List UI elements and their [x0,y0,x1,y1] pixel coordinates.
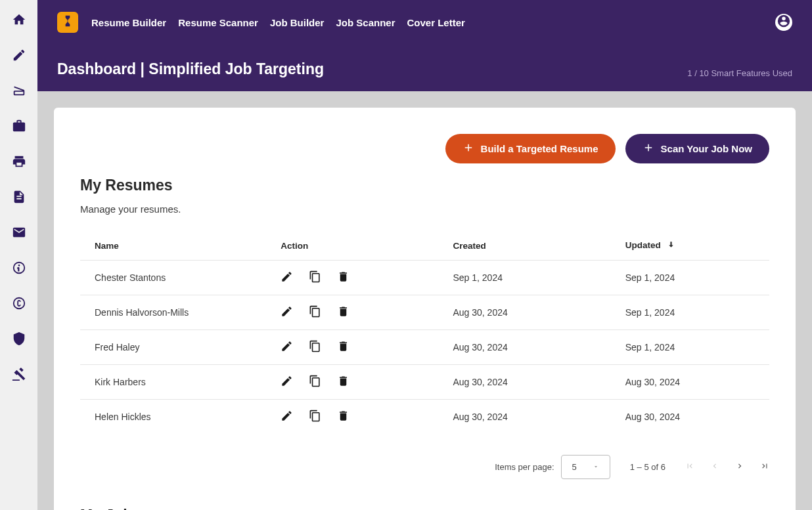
scan-job-label: Scan Your Job Now [661,143,752,154]
smart-features-used: 1 / 10 Smart Features Used [687,68,792,78]
copy-icon [309,340,321,354]
attribution-icon [12,261,26,278]
sidebar-edit[interactable] [11,49,27,64]
delete-button[interactable] [337,340,350,354]
scan-job-button[interactable]: Scan Your Job Now [625,134,769,163]
content: Build a Targeted Resume Scan Your Job No… [37,91,812,510]
print-icon [12,154,26,171]
cell-action [266,330,438,365]
copy-icon [309,270,321,285]
cell-name: Fred Haley [80,330,266,365]
page-first-button[interactable] [685,461,694,473]
nav-job-scanner[interactable]: Job Scanner [336,17,395,28]
copy-button[interactable] [309,270,321,285]
delete-button[interactable] [337,305,350,320]
chevron-left-icon [710,461,719,473]
sidebar-briefcase[interactable] [11,119,27,135]
chevron-down-icon [593,462,599,472]
avatar[interactable] [775,14,792,31]
cell-created: Aug 30, 2024 [438,400,610,435]
edit-button[interactable] [281,410,293,424]
sidebar-print[interactable] [11,155,27,171]
col-updated[interactable]: Updated [611,231,769,261]
build-resume-label: Build a Targeted Resume [481,143,598,154]
pencil-icon [281,305,293,320]
cell-updated: Sep 1, 2024 [611,261,769,295]
jobs-title: My Jobs [80,507,769,510]
sidebar-copyright[interactable] [11,297,27,312]
cell-updated: Aug 30, 2024 [611,400,769,435]
header: Resume Builder Resume Scanner Job Builde… [37,0,812,91]
copy-button[interactable] [309,305,321,320]
page-next-button[interactable] [735,461,744,473]
copy-button[interactable] [309,375,321,389]
nav-job-builder[interactable]: Job Builder [270,17,325,28]
cell-name: Helen Hickles [80,400,266,435]
home-icon [12,12,26,30]
sidebar-document[interactable] [11,190,27,206]
gavel-icon [12,367,26,384]
trash-icon [337,305,350,320]
sidebar-gavel[interactable] [11,368,27,383]
logo[interactable] [57,12,78,33]
delete-button[interactable] [337,375,350,389]
page-size-value: 5 [572,462,577,472]
pencil-icon [12,48,26,65]
nav-cover-letter[interactable]: Cover Letter [407,17,464,28]
nav-resume-scanner[interactable]: Resume Scanner [178,17,258,28]
cell-updated: Aug 30, 2024 [611,365,769,400]
edit-button[interactable] [281,340,293,354]
sidebar-mail[interactable] [11,226,27,242]
logo-icon [61,14,74,30]
delete-button[interactable] [337,270,350,285]
copy-icon [309,305,321,320]
cell-name: Kirk Harbers [80,365,266,400]
resumes-title: My Resumes [80,177,769,194]
page-range: 1 – 5 of 6 [630,462,665,472]
page-size-select[interactable]: 5 [561,455,610,479]
arrow-down-icon [667,240,675,251]
resumes-table: Name Action Created Updated Chester Stan… [80,231,769,434]
copy-button[interactable] [309,340,321,354]
sidebar-attribution[interactable] [11,261,27,277]
build-resume-button[interactable]: Build a Targeted Resume [445,134,616,163]
dashboard-card: Build a Targeted Resume Scan Your Job No… [54,108,796,510]
items-per-page-label: Items per page: [495,462,554,472]
nav-resume-builder[interactable]: Resume Builder [91,17,166,28]
edit-button[interactable] [281,305,293,320]
pencil-icon [281,410,293,424]
mail-icon [12,225,26,242]
pencil-icon [281,340,293,354]
cell-action [266,261,438,295]
sidebar-scanner[interactable] [11,84,27,100]
pencil-icon [281,375,293,389]
page-prev-button[interactable] [710,461,719,473]
copy-icon [309,375,321,389]
col-name: Name [80,231,266,261]
cell-updated: Sep 1, 2024 [611,330,769,365]
cell-action [266,365,438,400]
shield-icon [12,331,26,349]
resumes-subtitle: Manage your resumes. [80,203,769,215]
copy-button[interactable] [309,410,321,424]
sidebar-shield[interactable] [11,332,27,348]
cell-created: Aug 30, 2024 [438,365,610,400]
cell-updated: Sep 1, 2024 [611,295,769,330]
pagination: Items per page: 5 1 – 5 of 6 [80,447,769,487]
edit-button[interactable] [281,375,293,389]
cell-created: Aug 30, 2024 [438,330,610,365]
pencil-icon [281,270,293,285]
page-last-button[interactable] [760,461,769,473]
trash-icon [337,340,350,354]
copy-icon [309,410,321,424]
table-row: Dennis Halvorson-Mills Aug 30, 2024 Sep … [80,295,769,330]
chevron-right-icon [735,461,744,473]
trash-icon [337,375,350,389]
page-title: Dashboard | Simplified Job Targeting [57,60,324,78]
edit-button[interactable] [281,270,293,285]
cell-name: Dennis Halvorson-Mills [80,295,266,330]
table-row: Kirk Harbers Aug 30, 2024 Aug 30, 2024 [80,365,769,400]
delete-button[interactable] [337,410,350,424]
sidebar-home[interactable] [11,13,27,29]
col-updated-label: Updated [625,240,661,250]
